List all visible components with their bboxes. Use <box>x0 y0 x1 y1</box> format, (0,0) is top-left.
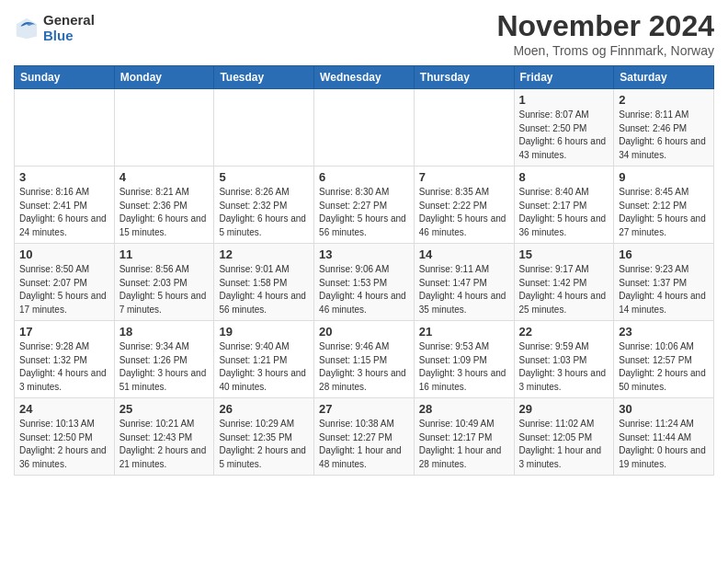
day-number: 4 <box>119 170 210 184</box>
day-number: 3 <box>19 170 109 184</box>
day-info: Sunrise: 9:06 AM Sunset: 1:53 PM Dayligh… <box>319 263 409 316</box>
location-title: Moen, Troms og Finnmark, Norway <box>496 43 714 58</box>
day-info: Sunrise: 9:34 AM Sunset: 1:26 PM Dayligh… <box>119 340 210 394</box>
logo: General Blue <box>14 13 95 43</box>
day-info: Sunrise: 9:01 AM Sunset: 1:58 PM Dayligh… <box>219 263 309 316</box>
day-cell: 10Sunrise: 8:50 AM Sunset: 2:07 PM Dayli… <box>15 244 115 321</box>
header-tuesday: Tuesday <box>214 66 314 89</box>
header-saturday: Saturday <box>614 66 714 89</box>
day-cell <box>15 89 115 167</box>
day-number: 5 <box>219 170 309 184</box>
day-info: Sunrise: 9:28 AM Sunset: 1:32 PM Dayligh… <box>19 340 109 394</box>
day-info: Sunrise: 9:23 AM Sunset: 1:37 PM Dayligh… <box>619 263 709 316</box>
day-info: Sunrise: 9:53 AM Sunset: 1:09 PM Dayligh… <box>419 340 509 394</box>
day-cell: 17Sunrise: 9:28 AM Sunset: 1:32 PM Dayli… <box>15 321 115 398</box>
day-cell: 3Sunrise: 8:16 AM Sunset: 2:41 PM Daylig… <box>15 167 115 244</box>
day-cell: 25Sunrise: 10:21 AM Sunset: 12:43 PM Day… <box>114 398 214 476</box>
day-info: Sunrise: 10:29 AM Sunset: 12:35 PM Dayli… <box>219 418 309 471</box>
header-wednesday: Wednesday <box>314 66 415 89</box>
day-number: 24 <box>19 402 109 416</box>
day-number: 12 <box>219 247 309 261</box>
day-cell: 28Sunrise: 10:49 AM Sunset: 12:17 PM Day… <box>414 398 514 476</box>
calendar-table: SundayMondayTuesdayWednesdayThursdayFrid… <box>14 65 714 476</box>
day-cell: 22Sunrise: 9:59 AM Sunset: 1:03 PM Dayli… <box>514 321 614 398</box>
day-info: Sunrise: 9:46 AM Sunset: 1:15 PM Dayligh… <box>319 340 409 394</box>
day-cell: 29Sunrise: 11:02 AM Sunset: 12:05 PM Day… <box>514 398 614 476</box>
day-info: Sunrise: 8:30 AM Sunset: 2:27 PM Dayligh… <box>319 186 409 239</box>
day-info: Sunrise: 8:50 AM Sunset: 2:07 PM Dayligh… <box>19 263 109 316</box>
svg-marker-0 <box>17 17 37 38</box>
day-info: Sunrise: 8:40 AM Sunset: 2:17 PM Dayligh… <box>519 186 609 239</box>
day-number: 1 <box>519 93 609 107</box>
day-number: 9 <box>619 170 709 184</box>
day-info: Sunrise: 9:40 AM Sunset: 1:21 PM Dayligh… <box>219 340 309 394</box>
day-info: Sunrise: 10:06 AM Sunset: 12:57 PM Dayli… <box>619 340 709 394</box>
day-cell: 15Sunrise: 9:17 AM Sunset: 1:42 PM Dayli… <box>514 244 614 321</box>
day-cell: 24Sunrise: 10:13 AM Sunset: 12:50 PM Day… <box>15 398 115 476</box>
day-number: 23 <box>619 325 709 339</box>
day-number: 29 <box>519 402 609 416</box>
week-row-1: 1Sunrise: 8:07 AM Sunset: 2:50 PM Daylig… <box>15 89 714 167</box>
day-number: 26 <box>219 402 309 416</box>
day-cell: 6Sunrise: 8:30 AM Sunset: 2:27 PM Daylig… <box>314 167 415 244</box>
title-section: November 2024 Moen, Troms og Finnmark, N… <box>496 9 714 58</box>
day-number: 21 <box>419 325 509 339</box>
day-number: 13 <box>319 247 409 261</box>
day-cell: 30Sunrise: 11:24 AM Sunset: 11:44 AM Day… <box>614 398 714 476</box>
day-cell: 4Sunrise: 8:21 AM Sunset: 2:36 PM Daylig… <box>114 167 214 244</box>
day-info: Sunrise: 10:13 AM Sunset: 12:50 PM Dayli… <box>19 418 109 471</box>
day-info: Sunrise: 8:45 AM Sunset: 2:12 PM Dayligh… <box>619 186 709 239</box>
header-sunday: Sunday <box>15 66 115 89</box>
day-number: 30 <box>619 402 709 416</box>
day-cell <box>314 89 415 167</box>
day-cell: 1Sunrise: 8:07 AM Sunset: 2:50 PM Daylig… <box>514 89 614 167</box>
day-cell: 18Sunrise: 9:34 AM Sunset: 1:26 PM Dayli… <box>114 321 214 398</box>
day-cell <box>414 89 514 167</box>
week-row-4: 17Sunrise: 9:28 AM Sunset: 1:32 PM Dayli… <box>15 321 714 398</box>
day-cell: 13Sunrise: 9:06 AM Sunset: 1:53 PM Dayli… <box>314 244 415 321</box>
day-info: Sunrise: 8:07 AM Sunset: 2:50 PM Dayligh… <box>519 109 609 162</box>
day-cell: 14Sunrise: 9:11 AM Sunset: 1:47 PM Dayli… <box>414 244 514 321</box>
day-cell: 8Sunrise: 8:40 AM Sunset: 2:17 PM Daylig… <box>514 167 614 244</box>
day-cell: 26Sunrise: 10:29 AM Sunset: 12:35 PM Day… <box>214 398 314 476</box>
header-monday: Monday <box>114 66 214 89</box>
day-info: Sunrise: 8:35 AM Sunset: 2:22 PM Dayligh… <box>419 186 509 239</box>
day-number: 8 <box>519 170 609 184</box>
day-number: 27 <box>319 402 409 416</box>
day-info: Sunrise: 8:56 AM Sunset: 2:03 PM Dayligh… <box>119 263 210 316</box>
day-number: 7 <box>419 170 509 184</box>
day-number: 6 <box>319 170 409 184</box>
logo-text: General Blue <box>43 13 95 43</box>
day-info: Sunrise: 8:11 AM Sunset: 2:46 PM Dayligh… <box>619 109 709 162</box>
day-info: Sunrise: 9:17 AM Sunset: 1:42 PM Dayligh… <box>519 263 609 316</box>
day-number: 10 <box>19 247 109 261</box>
day-cell: 2Sunrise: 8:11 AM Sunset: 2:46 PM Daylig… <box>614 89 714 167</box>
day-cell: 9Sunrise: 8:45 AM Sunset: 2:12 PM Daylig… <box>614 167 714 244</box>
day-number: 19 <box>219 325 309 339</box>
day-cell: 23Sunrise: 10:06 AM Sunset: 12:57 PM Day… <box>614 321 714 398</box>
header: General Blue November 2024 Moen, Troms o… <box>14 9 714 58</box>
day-info: Sunrise: 10:49 AM Sunset: 12:17 PM Dayli… <box>419 418 509 471</box>
week-row-2: 3Sunrise: 8:16 AM Sunset: 2:41 PM Daylig… <box>15 167 714 244</box>
day-number: 17 <box>19 325 109 339</box>
day-cell: 7Sunrise: 8:35 AM Sunset: 2:22 PM Daylig… <box>414 167 514 244</box>
day-cell: 21Sunrise: 9:53 AM Sunset: 1:09 PM Dayli… <box>414 321 514 398</box>
day-cell: 12Sunrise: 9:01 AM Sunset: 1:58 PM Dayli… <box>214 244 314 321</box>
day-number: 2 <box>619 93 709 107</box>
day-info: Sunrise: 8:16 AM Sunset: 2:41 PM Dayligh… <box>19 186 109 239</box>
day-number: 22 <box>519 325 609 339</box>
day-cell: 27Sunrise: 10:38 AM Sunset: 12:27 PM Day… <box>314 398 415 476</box>
logo-blue: Blue <box>43 29 95 44</box>
day-number: 28 <box>419 402 509 416</box>
week-row-5: 24Sunrise: 10:13 AM Sunset: 12:50 PM Day… <box>15 398 714 476</box>
header-thursday: Thursday <box>414 66 514 89</box>
day-number: 25 <box>119 402 210 416</box>
header-friday: Friday <box>514 66 614 89</box>
logo-general: General <box>43 13 95 29</box>
day-info: Sunrise: 10:38 AM Sunset: 12:27 PM Dayli… <box>319 418 409 471</box>
header-row: SundayMondayTuesdayWednesdayThursdayFrid… <box>15 66 714 89</box>
day-info: Sunrise: 11:02 AM Sunset: 12:05 PM Dayli… <box>519 418 609 471</box>
logo-icon <box>14 16 40 41</box>
day-info: Sunrise: 9:11 AM Sunset: 1:47 PM Dayligh… <box>419 263 509 316</box>
day-number: 15 <box>519 247 609 261</box>
